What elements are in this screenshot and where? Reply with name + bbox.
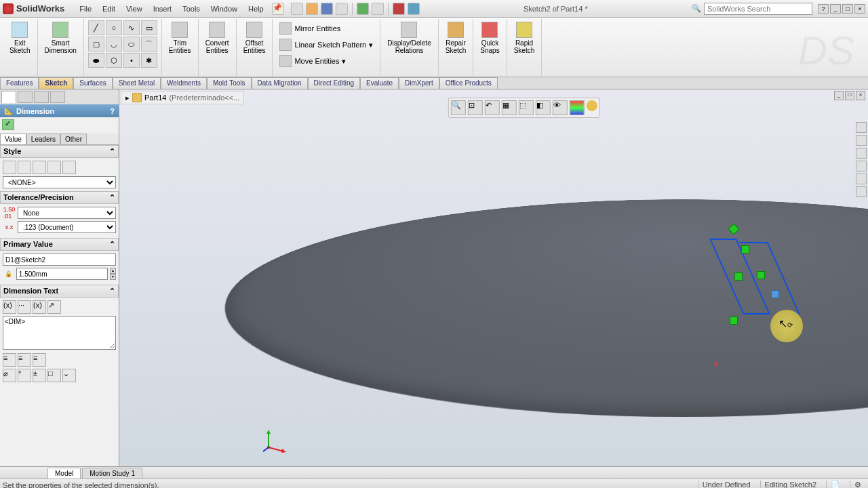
- constraint-vertical-2[interactable]: [757, 271, 765, 279]
- circle-tool[interactable]: ○: [106, 20, 122, 35]
- text-format-1[interactable]: (x): [3, 300, 16, 314]
- resources-tab-icon[interactable]: [856, 122, 867, 133]
- smart-dimension-button[interactable]: Smart Dimension: [42, 20, 79, 56]
- tolerance-header[interactable]: Tolerance/Precision⌃: [0, 191, 119, 204]
- undo-icon[interactable]: [357, 3, 369, 15]
- slot-tool[interactable]: ⬬: [88, 53, 104, 68]
- tab-dimxpert[interactable]: DimXpert: [399, 77, 439, 89]
- text-format-2[interactable]: ···: [18, 300, 31, 314]
- ok-button[interactable]: [2, 119, 14, 130]
- tab-evaluate[interactable]: Evaluate: [360, 77, 399, 89]
- scene-color[interactable]: [587, 100, 597, 111]
- menu-edit[interactable]: Edit: [97, 2, 121, 16]
- custom-props-icon[interactable]: [856, 186, 867, 197]
- vp-close[interactable]: ×: [856, 91, 865, 100]
- dimxpert-manager-tab[interactable]: [50, 91, 65, 103]
- design-library-icon[interactable]: [856, 135, 867, 146]
- corner-rect-tool[interactable]: ▢: [88, 37, 104, 52]
- rect-tool[interactable]: ▭: [141, 20, 157, 35]
- polygon-tool[interactable]: ⬡: [106, 53, 122, 68]
- tab-office-products[interactable]: Office Products: [439, 77, 498, 89]
- save-icon[interactable]: [321, 3, 333, 15]
- dimension-name-field[interactable]: [3, 253, 116, 266]
- redo-icon[interactable]: [372, 3, 384, 15]
- collapse-icon[interactable]: ⌃: [109, 147, 115, 156]
- symbol-degree[interactable]: °: [18, 369, 31, 382]
- zoom-area-icon[interactable]: ⊡: [468, 100, 483, 115]
- tab-direct-editing[interactable]: Direct Editing: [308, 77, 360, 89]
- style-dropdown[interactable]: <NONE>: [3, 176, 116, 188]
- exit-sketch-button[interactable]: Exit Sketch: [7, 20, 33, 56]
- lock-icon[interactable]: 🔒: [3, 268, 14, 280]
- breadcrumb-part[interactable]: Part14: [144, 94, 166, 102]
- status-unit-icon[interactable]: 📄: [826, 481, 844, 488]
- mirror-entities-button[interactable]: Mirror Entities: [277, 20, 343, 37]
- appearances-tab-icon[interactable]: [856, 174, 867, 184]
- vp-maximize[interactable]: □: [845, 91, 854, 100]
- rapid-sketch-button[interactable]: Rapid Sketch: [511, 20, 538, 56]
- trim-entities-button[interactable]: Trim Entities: [166, 20, 194, 56]
- vp-minimize[interactable]: _: [834, 91, 844, 100]
- symbol-diameter[interactable]: ⌀: [3, 369, 16, 382]
- style-header[interactable]: Style⌃: [0, 145, 119, 158]
- constraint-horizontal-2[interactable]: [730, 317, 738, 325]
- tab-features[interactable]: Features: [0, 77, 39, 89]
- text-tool[interactable]: ✱: [141, 53, 157, 68]
- breadcrumb-arrow-icon[interactable]: ▸: [125, 94, 130, 102]
- spline-tool[interactable]: ∿: [123, 20, 140, 35]
- menu-help[interactable]: Help: [243, 2, 269, 16]
- print-icon[interactable]: [336, 3, 348, 15]
- property-manager-tab[interactable]: [18, 91, 33, 103]
- style-apply-icon[interactable]: [3, 161, 16, 174]
- sketch-origin[interactable]: ✶: [713, 359, 719, 369]
- justify-center[interactable]: ≡: [18, 353, 31, 367]
- collapse-icon[interactable]: ⌃: [109, 287, 115, 296]
- tab-value[interactable]: Value: [0, 134, 26, 144]
- menu-file[interactable]: File: [74, 2, 97, 16]
- line-tool[interactable]: ╱: [88, 20, 104, 35]
- tab-data-migration[interactable]: Data Migration: [252, 77, 308, 89]
- minimize-button[interactable]: _: [830, 4, 841, 14]
- style-load-icon[interactable]: [62, 161, 76, 174]
- convert-entities-button[interactable]: Convert Entities: [203, 20, 232, 56]
- file-explorer-icon[interactable]: [856, 148, 867, 159]
- text-format-3[interactable]: (x): [33, 300, 46, 314]
- display-style-icon[interactable]: ◧: [536, 100, 551, 115]
- menu-view[interactable]: View: [121, 2, 148, 16]
- move-entities-button[interactable]: Move Entities▾: [277, 53, 349, 69]
- quick-snaps-button[interactable]: Quick Snaps: [477, 20, 502, 56]
- maximize-button[interactable]: □: [842, 4, 853, 14]
- dropdown-arrow-icon[interactable]: ▾: [342, 57, 346, 66]
- symbol-square[interactable]: □: [47, 369, 61, 382]
- offset-entities-button[interactable]: Offset Entities: [241, 20, 269, 56]
- tab-motion-study[interactable]: Motion Study 1: [82, 468, 142, 479]
- tab-surfaces[interactable]: Surfaces: [73, 77, 112, 89]
- rebuild-icon[interactable]: [408, 3, 420, 15]
- repair-sketch-button[interactable]: Repair Sketch: [443, 20, 469, 56]
- breadcrumb[interactable]: ▸ Part14 (Predeterminado<<...: [121, 91, 244, 104]
- spin-down[interactable]: ▾: [110, 274, 116, 280]
- primary-value-header[interactable]: Primary Value⌃: [0, 238, 119, 251]
- tab-mold-tools[interactable]: Mold Tools: [207, 77, 252, 89]
- tab-sketch[interactable]: Sketch: [39, 77, 73, 89]
- linear-pattern-button[interactable]: Linear Sketch Pattern▾: [277, 37, 376, 53]
- tab-sheet-metal[interactable]: Sheet Metal: [113, 77, 161, 89]
- prev-view-icon[interactable]: ↶: [485, 100, 500, 115]
- tolerance-type-dropdown[interactable]: None: [18, 207, 116, 219]
- help-pin-icon[interactable]: 📌: [272, 3, 284, 15]
- open-icon[interactable]: [306, 3, 318, 15]
- constraint-coincident[interactable]: [771, 290, 779, 298]
- status-options-icon[interactable]: ⚙: [850, 481, 865, 488]
- tab-model[interactable]: Model: [47, 468, 81, 479]
- spin-up[interactable]: ▴: [110, 268, 116, 274]
- appearance-icon[interactable]: [570, 100, 585, 115]
- menu-tools[interactable]: Tools: [177, 2, 205, 16]
- style-delete-icon[interactable]: [33, 161, 46, 174]
- new-icon[interactable]: [291, 3, 303, 15]
- menu-insert[interactable]: Insert: [148, 2, 178, 16]
- dropdown-arrow-icon[interactable]: ▾: [369, 41, 373, 49]
- fillet-tool[interactable]: ⌒: [141, 37, 157, 52]
- dimension-text-header[interactable]: Dimension Text⌃: [0, 285, 119, 298]
- hide-show-icon[interactable]: 👁: [553, 100, 568, 115]
- justify-left[interactable]: ≡: [3, 353, 16, 367]
